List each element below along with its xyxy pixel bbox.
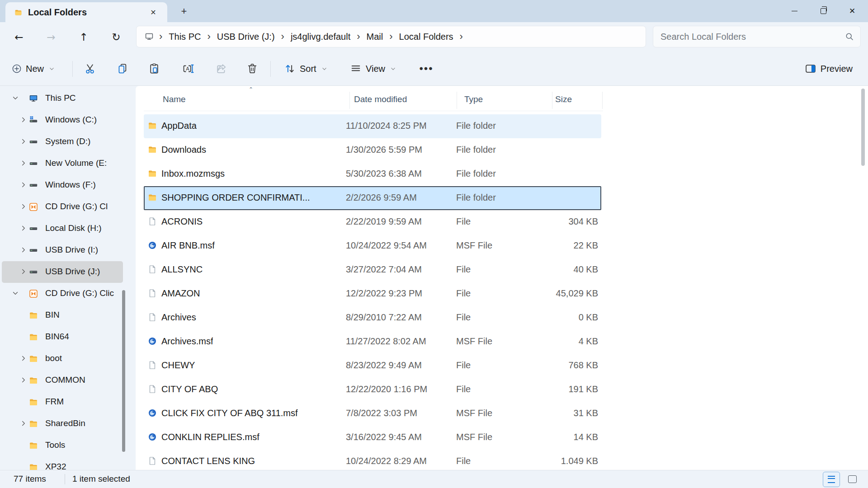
sidebar-item-label: SharedBin (45, 418, 85, 428)
file-row[interactable]: CONTACT LENS KING10/24/2022 8:29 AMFile1… (144, 450, 601, 470)
sidebar-item-bin[interactable]: BIN (2, 305, 123, 326)
restore-button[interactable] (809, 0, 838, 22)
file-row[interactable]: Archives.msf11/27/2022 8:02 AMMSF File4 … (144, 330, 601, 354)
chevron-collapsed-icon[interactable] (20, 225, 27, 232)
breadcrumb-item[interactable]: js4glivg.default (290, 30, 351, 44)
close-button[interactable]: ✕ (838, 0, 867, 22)
file-row[interactable]: SHOPPING ORDER CONFIRMATI...2/2/2026 9:5… (144, 186, 601, 210)
new-button[interactable]: New (7, 59, 59, 79)
file-row[interactable]: CHEWY8/23/2022 9:49 AMFile768 KB (144, 354, 601, 378)
chevron-collapsed-icon[interactable] (20, 420, 27, 427)
file-type: MSF File (456, 408, 492, 418)
thumbnail-view-toggle[interactable] (846, 474, 858, 484)
delete-button[interactable] (242, 59, 263, 79)
breadcrumb-item[interactable]: This PC (168, 30, 202, 44)
tab-close-icon[interactable]: ✕ (147, 6, 159, 18)
column-separator[interactable] (602, 92, 603, 109)
chevron-collapsed-icon[interactable] (20, 160, 27, 167)
sidebar-item-common[interactable]: COMMON (2, 370, 123, 391)
sidebar-item-tools[interactable]: Tools (2, 435, 123, 456)
chevron-collapsed-icon[interactable] (20, 181, 27, 188)
file-row[interactable]: AIR BNB.msf10/24/2022 9:54 AMMSF File22 … (144, 234, 601, 258)
chevron-collapsed-icon[interactable] (20, 246, 27, 253)
breadcrumb-item[interactable]: Mail (366, 30, 384, 44)
chevron-collapsed-icon[interactable] (20, 268, 27, 275)
file-row[interactable]: Archives8/29/2010 7:22 AMFile0 KB (144, 306, 601, 330)
breadcrumb-item[interactable]: USB Drive (J:) (216, 30, 276, 44)
sidebar-item-usb-drive-j[interactable]: USB Drive (J:) (2, 261, 123, 283)
chevron-collapsed-icon[interactable] (20, 203, 27, 210)
file-date-modified: 2/2/2026 9:59 AM (346, 192, 417, 203)
breadcrumb-separator-icon[interactable]: › (202, 31, 216, 42)
sidebar-item-sharedbin[interactable]: SharedBin (2, 413, 123, 435)
explorer-tab[interactable]: Local Folders ✕ (5, 2, 167, 22)
rename-icon (182, 63, 194, 75)
file-row[interactable]: Inbox.mozmsgs5/30/2023 6:38 AMFile folde… (144, 162, 601, 186)
column-header-size[interactable]: Size (555, 94, 572, 104)
sidebar-scrollbar[interactable] (122, 290, 125, 452)
sidebar-item-new-volume-e[interactable]: New Volume (E: (2, 153, 123, 174)
search-input[interactable] (660, 31, 845, 42)
breadcrumb-item[interactable]: Local Folders (398, 30, 454, 44)
file-row[interactable]: Downloads1/30/2026 5:59 PMFile folder (144, 138, 601, 162)
file-row[interactable]: AMAZON12/2/2022 9:23 PMFile45,029 KB (144, 282, 601, 306)
sidebar-item-bin64[interactable]: BIN64 (2, 326, 123, 348)
breadcrumb-separator-icon[interactable]: › (276, 31, 290, 42)
breadcrumb-separator-icon[interactable]: › (351, 31, 365, 42)
chevron-expanded-icon[interactable] (12, 290, 19, 297)
copy-button[interactable] (112, 59, 133, 79)
chevron-collapsed-icon[interactable] (20, 138, 27, 145)
sidebar-item-local-disk-h[interactable]: Local Disk (H:) (2, 218, 123, 239)
file-row[interactable]: ACRONIS2/22/2019 9:59 AMFile304 KB (144, 210, 601, 234)
file-row[interactable]: AppData11/10/2024 8:25 PMFile folder (144, 114, 601, 138)
sidebar-item-usb-drive-i[interactable]: USB Drive (I:) (2, 239, 123, 261)
breadcrumb-separator-icon[interactable]: › (384, 31, 398, 42)
refresh-button[interactable]: ↻ (108, 28, 125, 46)
column-separator[interactable] (349, 92, 350, 109)
sidebar-item-windows-c[interactable]: Windows (C:) (2, 109, 123, 131)
chevron-collapsed-icon[interactable] (20, 355, 27, 362)
column-separator[interactable] (552, 92, 552, 109)
sidebar-item-windows-f[interactable]: Windows (F:) (2, 174, 123, 196)
file-row[interactable]: CLICK FIX CITY OF ABQ 311.msf7/8/2022 3:… (144, 402, 601, 426)
file-row[interactable]: CONKLIN REPLIES.msf3/16/2022 9:45 AMMSF … (144, 426, 601, 450)
column-header-type[interactable]: Type (464, 94, 483, 104)
file-row[interactable]: ALLSYNC3/27/2022 7:04 AMFile40 KB (144, 258, 601, 282)
rename-button[interactable] (178, 59, 198, 79)
sidebar-item-this-pc[interactable]: This PC (2, 88, 123, 109)
sidebar-item-cd-drive-g-clic[interactable]: CD Drive (G:) Clic (2, 283, 123, 305)
sidebar-item-xp32[interactable]: XP32 (2, 456, 123, 470)
more-options-button[interactable]: ••• (416, 59, 437, 79)
search-box[interactable] (653, 26, 861, 47)
cut-button[interactable] (80, 59, 100, 79)
chevron-expanded-icon[interactable] (12, 94, 19, 102)
address-bar[interactable]: ›This PC›USB Drive (J:)›js4glivg.default… (136, 26, 646, 47)
new-tab-button[interactable]: + (177, 5, 191, 18)
up-button[interactable]: ↑ (75, 28, 92, 46)
vertical-scrollbar[interactable] (861, 89, 865, 166)
sidebar-item-boot[interactable]: boot (2, 348, 123, 370)
search-icon[interactable] (845, 32, 854, 41)
forward-button[interactable]: → (42, 28, 60, 46)
column-header-name[interactable]: Name (163, 94, 186, 104)
sort-button[interactable]: Sort (279, 59, 332, 79)
file-row[interactable]: CITY OF ABQ12/22/2020 1:16 PMFile191 KB (144, 378, 601, 402)
back-button[interactable]: ← (10, 28, 28, 46)
file-name: CITY OF ABQ (161, 384, 218, 394)
view-button[interactable]: View (345, 59, 401, 79)
chevron-collapsed-icon[interactable] (20, 376, 27, 384)
minimize-button[interactable] (780, 0, 809, 22)
chevron-collapsed-icon[interactable] (20, 116, 27, 123)
breadcrumb-separator-icon[interactable]: › (454, 31, 468, 42)
paste-button[interactable] (144, 59, 165, 79)
breadcrumb-separator-icon[interactable]: › (154, 31, 168, 42)
share-button[interactable] (211, 59, 232, 79)
column-separator[interactable] (457, 92, 457, 109)
preview-toggle-button[interactable]: Preview (800, 59, 857, 79)
sidebar-item-cd-drive-g-cl[interactable]: CD Drive (G:) Cl (2, 196, 123, 218)
sidebar-item-frm[interactable]: FRM (2, 391, 123, 413)
sidebar-item-label: CD Drive (G:) Clic (45, 288, 114, 298)
column-header-date-modified[interactable]: Date modified (354, 94, 407, 104)
sidebar-item-system-d[interactable]: System (D:) (2, 131, 123, 153)
details-view-toggle[interactable] (823, 472, 840, 487)
